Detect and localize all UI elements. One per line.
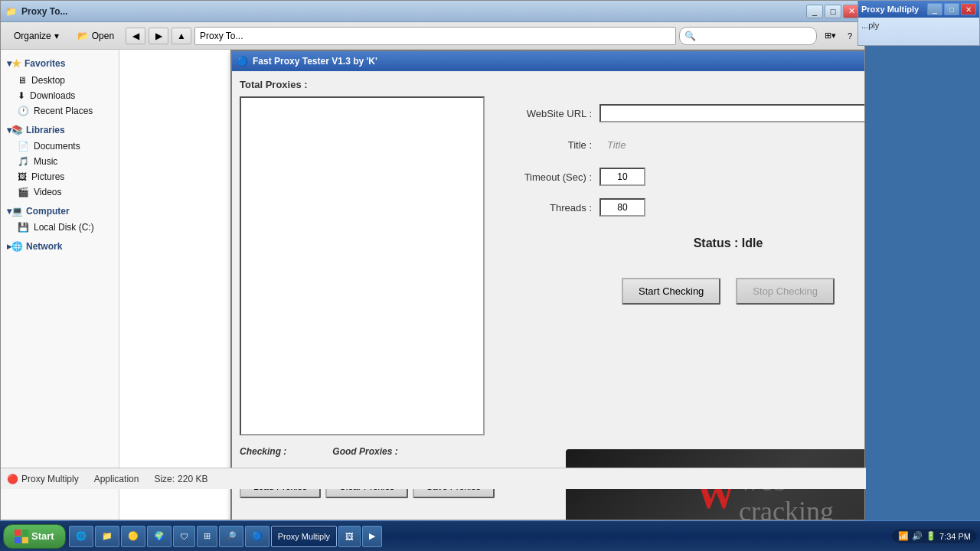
title-label: Title :	[500, 139, 592, 151]
proxy-tester-title: 🔵 Fast Proxy Tester V1.3 by 'K'	[237, 56, 377, 67]
url-row: WebSite URL : ▼ Get Title	[500, 104, 864, 122]
threads-input[interactable]	[599, 198, 645, 217]
view-controls: ⊞▾ ?	[822, 28, 858, 44]
pictures-icon: 🖼	[18, 171, 27, 182]
sidebar-item-pictures[interactable]: 🖼 Pictures	[1, 169, 119, 184]
proxy-multiply-titlebar: Proxy Multiply _ □ ✕	[858, 1, 979, 18]
taskbar-ie-icon[interactable]: 🌐	[69, 526, 93, 547]
action-buttons: Start Checking Stop Checking	[500, 270, 864, 312]
organize-label: Organize	[14, 31, 51, 41]
views-button[interactable]: ⊞▾	[822, 28, 838, 44]
svg-rect-0	[15, 530, 21, 536]
taskbar-term-icon[interactable]: ▶	[362, 526, 382, 547]
bg-maximize-button[interactable]: □	[944, 3, 959, 15]
computer-section: ▾ 💻 Computer 💾 Local Disk (C:)	[1, 201, 119, 236]
taskbar-folder-icon[interactable]: 📁	[95, 526, 119, 547]
sidebar-item-localdisk[interactable]: 💾 Local Disk (C:)	[1, 220, 119, 235]
taskbar-shield-icon[interactable]: 🛡	[173, 526, 195, 547]
explorer-title-text: Proxy To...	[21, 6, 67, 17]
proxy-tester-titlebar: 🔵 Fast Proxy Tester V1.3 by 'K' _ □ ✕	[232, 51, 864, 71]
forward-button[interactable]: ▶	[149, 28, 168, 44]
network-label: Network	[26, 241, 62, 252]
taskbar-browser-icon[interactable]: 🌍	[147, 526, 172, 547]
svg-rect-3	[22, 537, 28, 543]
start-checking-button[interactable]: Start Checking	[622, 278, 720, 305]
tray-battery-icon: 🔋	[926, 531, 936, 541]
sidebar-item-desktop[interactable]: 🖥 Desktop	[1, 73, 119, 88]
size-value: 220 KB	[178, 474, 207, 484]
proxy-body: Total Proxies : WebSite URL :	[232, 71, 864, 520]
libraries-icon: 📚	[11, 125, 23, 135]
taskbar-app1[interactable]: 🟡	[121, 526, 145, 547]
libraries-header[interactable]: ▾ 📚 Libraries	[1, 122, 119, 139]
proxy-tester-window: 🔵 Fast Proxy Tester V1.3 by 'K' _ □ ✕ To…	[230, 50, 864, 520]
threads-label: Threads :	[500, 202, 592, 214]
minimize-button[interactable]: _	[806, 5, 823, 18]
address-bar[interactable]: Proxy To...	[194, 27, 676, 45]
taskbar-proxy-icon[interactable]: 🔵	[245, 526, 270, 547]
timeout-row: Timeout (Sec) :	[500, 168, 864, 186]
explorer-titlebar: 📁 Proxy To... _ □ ✕	[1, 1, 864, 22]
up-button[interactable]: ▲	[172, 28, 191, 44]
svg-rect-1	[22, 530, 28, 536]
network-header[interactable]: ▸ 🌐 Network	[1, 238, 119, 255]
desktop-icon: 🖥	[18, 75, 27, 86]
bg-minimize-button[interactable]: _	[927, 3, 942, 15]
open-label: Open	[92, 31, 114, 41]
total-proxies-row: Total Proxies :	[240, 79, 864, 90]
favorites-header[interactable]: ▾ ★ Favorites	[1, 54, 119, 73]
proxy-icon: 🔵	[237, 56, 248, 67]
start-button[interactable]: Start	[3, 524, 66, 549]
explorer-folder-icon: 📁	[5, 6, 17, 17]
help-button[interactable]: ?	[841, 28, 858, 44]
url-label: WebSite URL :	[500, 108, 592, 119]
back-button[interactable]: ◀	[126, 28, 145, 44]
banner-cracking-text: cracking	[739, 497, 834, 520]
sidebar-item-music[interactable]: 🎵 Music	[1, 154, 119, 169]
favorites-section: ▾ ★ Favorites 🖥 Desktop ⬇ Downloads 🕐 Re…	[1, 53, 119, 120]
taskbar-image-icon[interactable]: 🖼	[338, 526, 361, 547]
taskbar-windows-icon[interactable]: ⊞	[197, 526, 217, 547]
sidebar-pictures-label: Pictures	[31, 171, 64, 182]
stop-btn-label: Stop Checking	[753, 285, 818, 297]
tray-clock: 7:34 PM	[939, 532, 971, 541]
computer-header[interactable]: ▾ 💻 Computer	[1, 203, 119, 220]
explorer-window-controls: _ □ ✕	[806, 5, 860, 18]
content-area: 🔵 Fast Proxy Tester V1.3 by 'K' _ □ ✕ To…	[119, 50, 864, 520]
sidebar-item-videos[interactable]: 🎬 Videos	[1, 184, 119, 200]
stop-checking-button[interactable]: Stop Checking	[736, 278, 835, 305]
url-dropdown[interactable]: ▼	[599, 104, 864, 122]
sidebar-item-documents[interactable]: 📄 Documents	[1, 139, 119, 154]
search-bar[interactable]: 🔍	[679, 27, 817, 45]
proxy-tester-title-text: Fast Proxy Tester V1.3 by 'K'	[253, 56, 377, 67]
checking-row: Checking : Good Proxies :	[240, 446, 558, 457]
maximize-button[interactable]: □	[825, 5, 841, 18]
taskbar-tray: 📶 🔊 🔋 7:34 PM	[892, 529, 977, 543]
taskbar-search-icon[interactable]: 🔎	[219, 526, 243, 547]
bg-close-button[interactable]: ✕	[961, 3, 976, 15]
taskbar-proxy-multiply[interactable]: Proxy Multiply	[271, 526, 337, 547]
windows-logo-icon	[15, 530, 28, 543]
address-text: Proxy To...	[200, 31, 243, 41]
proxy-main: WebSite URL : ▼ Get Title	[240, 96, 864, 435]
star-icon: ★	[11, 57, 21, 70]
status-app-icon: 🔴	[7, 474, 18, 484]
title-display: Title	[599, 135, 633, 155]
downloads-icon: ⬇	[18, 90, 25, 101]
libraries-label: Libraries	[26, 125, 65, 135]
open-button[interactable]: 📂 Open	[70, 28, 121, 44]
organize-button[interactable]: Organize ▾	[7, 28, 66, 44]
favorites-label: Favorites	[24, 58, 65, 69]
sidebar-item-downloads[interactable]: ⬇ Downloads	[1, 88, 119, 103]
proxy-settings: WebSite URL : ▼ Get Title	[492, 96, 864, 435]
explorer-toolbar: Organize ▾ 📂 Open ◀ ▶ ▲ Proxy To... 🔍 ⊞▾…	[1, 22, 864, 50]
explorer-title: 📁 Proxy To...	[5, 6, 67, 17]
status-bar: 🔴 Proxy Multiply Application Size: 220 K…	[1, 468, 866, 489]
status-app-type: Application	[94, 474, 139, 484]
sidebar-videos-label: Videos	[34, 187, 61, 197]
timeout-input[interactable]	[599, 168, 645, 186]
taskbar-apps: 🌐 📁 🟡 🌍 🛡 ⊞ 🔎 🔵 Proxy Multiply 🖼 ▶	[69, 526, 892, 547]
sidebar-item-recent[interactable]: 🕐 Recent Places	[1, 103, 119, 119]
videos-icon: 🎬	[18, 187, 29, 197]
proxy-list[interactable]	[240, 96, 485, 435]
